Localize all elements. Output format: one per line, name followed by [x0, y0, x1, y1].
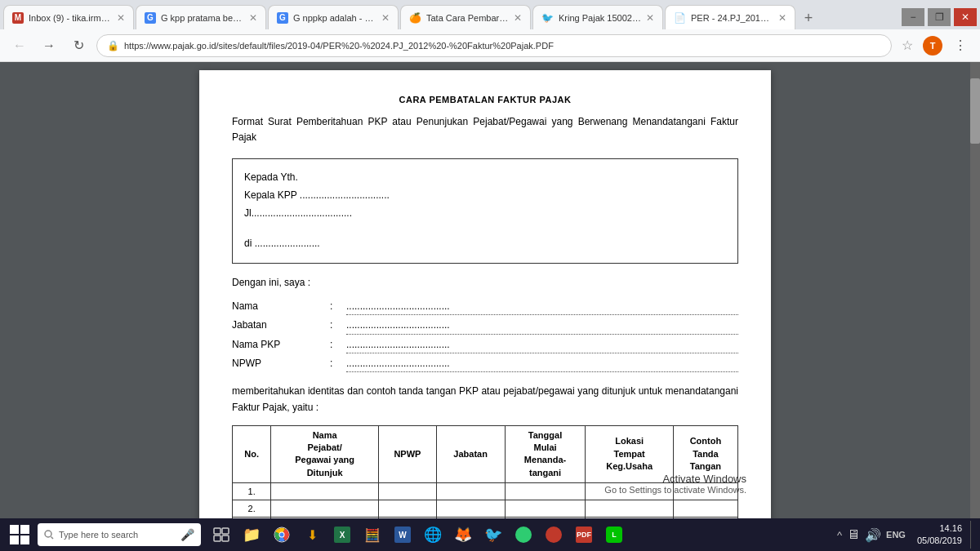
chevron-up-icon[interactable]: ^ [837, 529, 842, 541]
address-block: Kepada Yth. Kepala KPP .................… [232, 158, 738, 263]
calculator-button[interactable]: 🧮 [359, 520, 386, 549]
field-nama-pkp: Nama PKP : .............................… [232, 336, 738, 353]
tab-label-per: PER - 24.PJ_2012 - Fakt [691, 13, 773, 23]
tab-close-gmail[interactable]: ✕ [117, 12, 125, 24]
pdf-scrollbar[interactable] [970, 62, 980, 518]
content-area: CARA PEMBATALAN FAKTUR PAJAK Format Sura… [0, 62, 980, 518]
url-bar[interactable]: 🔒 https://www.pajak.go.id/sites/default/… [96, 34, 892, 57]
restore-button[interactable]: ❐ [928, 8, 951, 26]
chrome-icon [274, 527, 290, 543]
activate-windows-text: Activate Windows [604, 473, 746, 485]
svg-point-9 [280, 533, 284, 537]
tab-close-tata[interactable]: ✕ [514, 12, 522, 24]
tab-label-kring: Kring Pajak 1500200 on [559, 13, 641, 23]
field-colon-nama: : [330, 298, 346, 315]
start-button[interactable] [5, 520, 34, 549]
body-text-1: memberitahukan identitas dan contoh tand… [232, 384, 738, 415]
green-button[interactable] [510, 520, 537, 549]
row3-tanggal [505, 518, 586, 518]
forward-button[interactable]: → [38, 34, 60, 57]
new-tab-button[interactable]: + [797, 7, 820, 29]
tab-gmail[interactable]: M Inbox (9) - tika.irmawai ✕ [3, 5, 134, 29]
row3-contoh [673, 518, 737, 518]
profile-button[interactable]: T [923, 36, 942, 56]
address-line-4: di ........................ [244, 235, 726, 253]
tab-icon-tata: 🍊 [409, 12, 421, 24]
tab-google[interactable]: G G nppkp adalah - Google ✕ [268, 5, 399, 29]
address-spacer [244, 222, 726, 235]
svg-rect-4 [214, 535, 220, 541]
green-icon [515, 527, 532, 543]
taskbar: Type here to search 🎤 📁 [0, 518, 980, 551]
tab-tata[interactable]: 🍊 Tata Cara Pembaruan Ta ✕ [400, 5, 531, 29]
network-icon[interactable]: 🖥 [847, 527, 860, 542]
excel-button[interactable]: X [328, 520, 356, 549]
field-nama: Nama : .................................… [232, 298, 738, 315]
row1-name [271, 483, 379, 500]
nav-bar: ← → ↻ 🔒 https://www.pajak.go.id/sites/de… [0, 29, 980, 62]
microphone-icon[interactable]: 🎤 [180, 528, 194, 541]
tab-close-kring[interactable]: ✕ [646, 12, 654, 24]
taskbar-search-box[interactable]: Type here to search 🎤 [38, 523, 201, 546]
calculator-icon: 🧮 [364, 527, 381, 543]
document-title: Format Surat Pemberitahuan PKP atau Penu… [232, 114, 738, 145]
svg-line-1 [51, 537, 54, 540]
tab-close-google[interactable]: ✕ [381, 12, 390, 24]
svg-point-0 [45, 531, 51, 537]
row3-lokasi [586, 518, 673, 518]
tab-icon-kring: 🐦 [541, 12, 554, 24]
word-button[interactable]: W [389, 520, 416, 549]
pdf-container[interactable]: CARA PEMBATALAN FAKTUR PAJAK Format Sura… [0, 62, 970, 518]
close-button[interactable]: ✕ [954, 8, 977, 26]
field-label-jabatan: Jabatan [232, 317, 330, 334]
minimize-button[interactable]: − [902, 8, 924, 26]
field-label-nama-pkp: Nama PKP [232, 336, 330, 353]
tab-per[interactable]: 📄 PER - 24.PJ_2012 - Fakt ✕ [665, 5, 795, 29]
tab-close-kpp[interactable]: ✕ [249, 12, 257, 24]
line-button[interactable]: L [600, 520, 628, 549]
tab-kring[interactable]: 🐦 Kring Pajak 1500200 on ✕ [532, 5, 663, 29]
chrome-button[interactable] [268, 520, 296, 549]
folder-icon: 📁 [243, 526, 261, 544]
task-view-button[interactable] [207, 520, 235, 549]
tab-icon-kpp: G [145, 12, 156, 24]
activate-windows-overlay: Activate Windows Go to Settings to activ… [604, 473, 746, 495]
svg-rect-2 [214, 528, 220, 534]
tab-close-per[interactable]: ✕ [778, 12, 786, 24]
greeting-text: Dengan ini, saya : [232, 277, 738, 288]
refresh-button[interactable]: ↻ [67, 34, 90, 57]
download-icon: ⬇ [307, 527, 318, 543]
chrome-button-2[interactable]: 🌐 [419, 520, 447, 549]
bookmark-star-icon[interactable]: ☆ [898, 38, 916, 53]
downloads-button[interactable]: ⬇ [298, 520, 326, 549]
taskbar-app-icons: 📁 ⬇ [207, 520, 628, 549]
row3-jabatan [436, 518, 505, 518]
acrobat-button[interactable]: PDF [570, 520, 598, 549]
row2-npwp [379, 500, 437, 518]
document-title-text: Format Surat Pemberitahuan PKP atau Penu… [232, 116, 738, 143]
row2-no: 2. [233, 500, 271, 518]
field-colon-jabatan: : [330, 317, 346, 334]
volume-icon[interactable]: 🔊 [865, 527, 881, 543]
field-value-jabatan: ...................................... [346, 317, 738, 334]
menu-button[interactable]: ⋮ [949, 34, 972, 57]
file-explorer-button[interactable]: 📁 [238, 520, 265, 549]
red-button[interactable] [540, 520, 568, 549]
svg-rect-3 [222, 528, 229, 534]
clock-block[interactable]: 14.16 05/08/2019 [912, 522, 967, 548]
field-value-npwp: ...................................... [346, 355, 738, 372]
col-no: No. [233, 425, 271, 483]
language-indicator[interactable]: ENG [886, 530, 906, 540]
back-button[interactable]: ← [8, 34, 31, 57]
firefox-button[interactable]: 🦊 [449, 520, 477, 549]
tab-kpp[interactable]: G G kpp pratama bekasi sel ✕ [136, 5, 266, 29]
search-icon [44, 530, 54, 540]
field-label-npwp: NPWP [232, 355, 330, 372]
show-desktop-button[interactable] [970, 521, 975, 549]
svg-rect-5 [222, 535, 229, 541]
twitter-button[interactable]: 🐦 [479, 520, 507, 549]
taskbar-search-placeholder: Type here to search [59, 530, 138, 540]
row3-no: 3. [233, 518, 271, 518]
field-npwp: NPWP : .................................… [232, 355, 738, 372]
signatories-table: No. NamaPejabat/Pegawai yangDitunjuk NPW… [232, 425, 738, 518]
